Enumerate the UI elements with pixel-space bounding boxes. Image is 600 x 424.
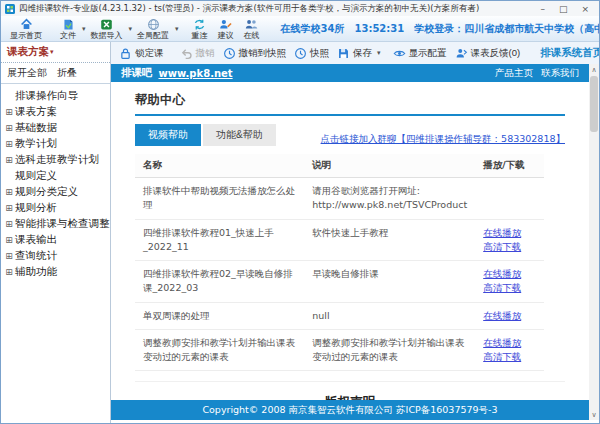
lock-course-button[interactable]: 锁定课 bbox=[115, 43, 168, 63]
save-button[interactable]: 保存 bbox=[333, 43, 376, 63]
video-name-cell: 四维排课软件教程02_早读晚自修排课_2022_03 bbox=[135, 261, 304, 303]
hd-download-link[interactable]: 高清下载 bbox=[483, 351, 521, 362]
save-dropdown-caret[interactable]: ▾ bbox=[377, 49, 381, 57]
vertical-scrollbar[interactable]: ∧ ∨ bbox=[589, 64, 599, 420]
undo-to-snapshot-button[interactable]: 撤销到快照 bbox=[219, 43, 291, 63]
home-button[interactable]: 显示首页 bbox=[5, 16, 47, 42]
scroll-up-icon[interactable]: ∧ bbox=[589, 64, 599, 75]
scrollbar-thumb[interactable] bbox=[590, 76, 598, 132]
sidebar-item-label: 排课操作向导 bbox=[15, 89, 78, 103]
school-login-info: 学校登录：四川省成都市航天中学校（高中） bbox=[414, 22, 600, 36]
product-home-link[interactable]: 产品主页 bbox=[495, 67, 533, 80]
sidebar: 课表方案 ▾ 展开全部 折叠 排课操作向导⊞课表方案⊞基础数据⊞教学计划⊞选科走… bbox=[1, 42, 111, 423]
collapse-button[interactable]: 折叠 bbox=[57, 66, 77, 80]
close-button[interactable]: × bbox=[581, 4, 589, 14]
display-config-button[interactable]: 显示配置 bbox=[389, 43, 451, 63]
undo-button[interactable]: 撤销 bbox=[176, 43, 219, 63]
sidebar-item[interactable]: ⊞选科走班教学计划 bbox=[3, 152, 108, 168]
data-import-button[interactable]: 数据导入 bbox=[86, 16, 128, 42]
sidebar-item[interactable]: ⊞基础数据 bbox=[3, 120, 108, 136]
minimize-button[interactable]: – bbox=[540, 4, 545, 14]
sidebar-item-label: 课表输出 bbox=[15, 233, 57, 247]
sidebar-item[interactable]: ⊞辅助功能 bbox=[3, 264, 108, 280]
sidebar-item-label: 智能排课与检查调整 bbox=[15, 217, 110, 231]
expand-plus-icon[interactable]: ⊞ bbox=[3, 123, 15, 133]
column-header-description: 说明 bbox=[304, 154, 475, 178]
sidebar-item[interactable]: ⊞规则分类定义 bbox=[3, 184, 108, 200]
feedback-button[interactable]: 课表反馈(0) bbox=[451, 43, 525, 63]
expand-plus-icon[interactable]: ⊞ bbox=[3, 107, 15, 117]
snapshot-button[interactable]: 快照 bbox=[290, 43, 333, 63]
expand-plus-icon[interactable]: ⊞ bbox=[3, 187, 15, 197]
sidebar-item[interactable]: ⊞智能排课与检查调整 bbox=[3, 216, 108, 232]
status-info: 在线学校34所 13:52:31 学校登录：四川省成都市航天中学校（高中） bbox=[281, 22, 600, 36]
table-row: 四维排课软件教程01_快速上手_2022_11软件快速上手教程在线播放高清下载 bbox=[135, 219, 544, 261]
sidebar-item[interactable]: ⊞规则分析 bbox=[3, 200, 108, 216]
reconnect-button[interactable]: 重连 bbox=[187, 16, 213, 42]
table-row: 单双周课的处理null在线播放 bbox=[135, 302, 544, 329]
sidebar-item[interactable]: ⊞查询统计 bbox=[3, 248, 108, 264]
help-tab[interactable]: 视频帮助 bbox=[135, 124, 201, 146]
secondary-toolbar: 锁定课 撤销 撤销到快照 快照 保存 ▾ bbox=[111, 42, 599, 64]
undo-icon bbox=[180, 47, 193, 60]
expand-plus-icon[interactable]: ⊞ bbox=[3, 267, 15, 277]
qq-group-link[interactable]: 点击链接加入群聊【四维排课操作辅导群：583302818】 bbox=[321, 133, 565, 146]
copyright-section: 版权声明 南京集智云软件公司保留本软件所有版权 任何企业或个人不得对本软件进行功… bbox=[135, 381, 565, 400]
play-online-link[interactable]: 在线播放 bbox=[483, 310, 521, 321]
person-feedback-icon bbox=[455, 47, 468, 60]
scroll-down-icon[interactable]: ∨ bbox=[589, 409, 599, 420]
expand-plus-icon[interactable]: ⊞ bbox=[3, 139, 15, 149]
video-name-cell: 单双周课的处理 bbox=[135, 302, 304, 329]
plan-menu-button[interactable]: 课表方案 ▾ bbox=[1, 42, 110, 63]
hd-download-link[interactable]: 高清下载 bbox=[483, 282, 521, 293]
video-links-cell: 在线播放高清下载 bbox=[475, 329, 543, 371]
table-row: 调整教师安排和教学计划并输出课表变动过的元素的课表调整教师安排和教学计划并输出课… bbox=[135, 329, 544, 371]
title-bar: 四维排课软件-专业版(4.23.1.32) - ts(管理员) - 演示课表方案… bbox=[1, 1, 599, 16]
hd-download-link[interactable]: 高清下载 bbox=[483, 241, 521, 252]
expand-plus-icon[interactable]: ⊞ bbox=[3, 251, 15, 261]
play-online-link[interactable]: 在线播放 bbox=[483, 337, 521, 348]
person-pencil-icon bbox=[219, 18, 232, 31]
expand-plus-icon[interactable]: ⊞ bbox=[3, 155, 15, 165]
tab-scheduling-home[interactable]: 排课系统首页 bbox=[540, 46, 600, 60]
expand-plus-icon[interactable]: ⊞ bbox=[3, 219, 15, 229]
excel-import-icon bbox=[100, 18, 113, 31]
sidebar-item[interactable]: 排课操作向导 bbox=[3, 88, 108, 104]
home-icon bbox=[20, 18, 33, 31]
footer-copyright: Copyright© 2008 南京集智云软件有限公司 苏ICP备1603757… bbox=[202, 404, 497, 417]
expand-all-button[interactable]: 展开全部 bbox=[7, 66, 47, 80]
global-config-dropdown-caret[interactable]: ▾ bbox=[175, 25, 179, 33]
eye-icon bbox=[393, 47, 406, 60]
sidebar-item-label: 辅助功能 bbox=[15, 265, 57, 279]
online-button[interactable]: 在线 bbox=[239, 16, 265, 42]
sidebar-item-label: 规则定义 bbox=[15, 169, 57, 183]
suggest-button[interactable]: 建议 bbox=[213, 16, 239, 42]
site-url-link[interactable]: www.pk8.net bbox=[159, 68, 233, 79]
site-banner: 排课吧 www.pk8.net 产品主页 联系我们 bbox=[111, 64, 589, 82]
clock-restore-icon bbox=[223, 47, 236, 60]
sidebar-tree: 排课操作向导⊞课表方案⊞基础数据⊞教学计划⊞选科走班教学计划规则定义⊞规则分类定… bbox=[1, 84, 110, 284]
expand-plus-icon[interactable]: ⊞ bbox=[3, 235, 15, 245]
contact-us-link[interactable]: 联系我们 bbox=[541, 67, 579, 80]
global-config-button[interactable]: 全局配置 bbox=[132, 16, 174, 42]
clock-time: 13:52:31 bbox=[354, 23, 404, 34]
expand-plus-icon[interactable]: ⊞ bbox=[3, 203, 15, 213]
help-tab[interactable]: 功能&帮助 bbox=[203, 124, 276, 146]
table-row: 排课软件中帮助视频无法播放怎么处理请用谷歌浏览器打开网址:http://www.… bbox=[135, 178, 544, 220]
sidebar-item[interactable]: ⊞教学计划 bbox=[3, 136, 108, 152]
play-online-link[interactable]: 在线播放 bbox=[483, 227, 521, 238]
video-description-cell: null bbox=[304, 302, 475, 329]
help-video-table: 名称 说明 播放/下载 排课软件中帮助视频无法播放怎么处理请用谷歌浏览器打开网址… bbox=[135, 154, 544, 371]
play-online-link[interactable]: 在线播放 bbox=[483, 268, 521, 279]
file-button[interactable]: 文件 bbox=[55, 16, 81, 42]
sidebar-item[interactable]: ⊞课表方案 bbox=[3, 104, 108, 120]
online-schools-count: 在线学校34所 bbox=[281, 22, 345, 36]
column-header-play-download: 播放/下载 bbox=[475, 154, 543, 178]
video-links-cell: 在线播放高清下载 bbox=[475, 219, 543, 261]
video-description-cell: 早读晚自修排课 bbox=[304, 261, 475, 303]
maximize-button[interactable]: □ bbox=[559, 4, 568, 14]
sidebar-item[interactable]: 规则定义 bbox=[3, 168, 108, 184]
video-name-cell: 四维排课软件教程01_快速上手_2022_11 bbox=[135, 219, 304, 261]
tree-actions: 展开全部 折叠 bbox=[1, 63, 110, 84]
sidebar-item[interactable]: ⊞课表输出 bbox=[3, 232, 108, 248]
